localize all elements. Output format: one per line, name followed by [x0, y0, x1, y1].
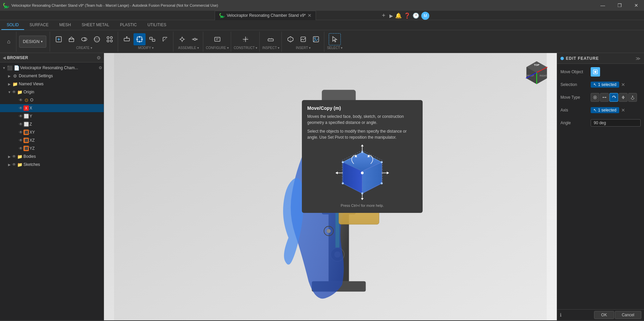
pattern-button[interactable] — [104, 33, 116, 45]
move-type-axis-button[interactable] — [619, 93, 628, 102]
tab-plastic[interactable]: PLASTIC — [115, 20, 142, 30]
tab-sheet-metal[interactable]: SHEET METAL — [76, 20, 114, 30]
move-object-button[interactable] — [591, 67, 600, 77]
user-avatar[interactable]: M — [421, 12, 429, 20]
tree-item-xy[interactable]: 👁 ⬛ XY — [0, 128, 104, 136]
clock-icon[interactable]: 🕐 — [413, 12, 419, 19]
revolve-button[interactable] — [78, 33, 90, 45]
eye-icon-y[interactable]: 👁 — [19, 114, 23, 119]
svg-marker-4 — [69, 37, 74, 39]
home-button[interactable]: ⌂ — [3, 36, 15, 48]
joint-origin-button[interactable] — [189, 33, 201, 45]
panel-footer: ℹ OK Cancel — [557, 309, 644, 320]
tree-item-bodies[interactable]: ▶ 👁 📁 Bodies — [0, 152, 104, 160]
close-tab-icon[interactable]: ✕ — [308, 13, 312, 18]
design-label: DESIGN — [23, 39, 40, 44]
restore-button[interactable]: ❐ — [612, 0, 627, 11]
construct-button[interactable] — [239, 33, 252, 45]
viewport[interactable]: Move/Copy (m) Moves the selected face, b… — [104, 53, 557, 320]
insert-canvas-button[interactable] — [310, 33, 322, 45]
eye-icon-xz[interactable]: 👁 — [19, 138, 23, 143]
tree-item-x[interactable]: 👁 X X — [0, 104, 104, 112]
move-type-translate-button[interactable] — [600, 93, 609, 102]
tree-toggle-root[interactable]: ▼ — [1, 65, 7, 71]
selection-clear-button[interactable]: ✕ — [621, 82, 626, 87]
root-settings-icon[interactable]: ⚙ — [99, 65, 102, 70]
move-type-label: Move Type — [560, 95, 591, 100]
design-button[interactable]: DESIGN ▾ — [19, 36, 46, 48]
add-tab-button[interactable]: + — [380, 11, 387, 20]
select-button[interactable] — [329, 33, 341, 45]
configure-button[interactable] — [211, 33, 223, 45]
insert-svg-button[interactable] — [297, 33, 309, 45]
browser-back-button[interactable]: ◀ — [3, 55, 6, 60]
fillet-button[interactable] — [159, 33, 171, 45]
svg-point-67 — [381, 182, 383, 184]
tooltip-body1: Moves the selected face, body, sketch, o… — [307, 113, 417, 126]
tree-toggle-yz — [13, 146, 19, 151]
axis-icon-y: ⬜ — [23, 113, 29, 119]
eye-icon-o[interactable]: 👁 — [19, 98, 23, 102]
tree-item-root[interactable]: ▼ ⬛ 📄 Velociraptor Resonating Cham... ⚙ — [0, 64, 104, 72]
tree-item-yz[interactable]: 👁 ⬛ YZ — [0, 144, 104, 152]
help-icon[interactable]: ❓ — [404, 12, 411, 19]
eye-icon-sketches[interactable]: 👁 — [12, 162, 16, 167]
tree-item-origin[interactable]: ▼ 👁 📁 Origin — [0, 88, 104, 96]
eye-icon-xy[interactable]: 👁 — [19, 130, 23, 135]
panel-expand-button[interactable]: ≫ — [636, 56, 641, 61]
tree-item-y[interactable]: 👁 ⬜ Y — [0, 112, 104, 120]
eye-icon-origin[interactable]: 👁 — [12, 90, 16, 94]
selection-badge[interactable]: ↖ 1 selected — [591, 82, 619, 88]
eye-icon-yz[interactable]: 👁 — [19, 146, 23, 151]
tree-item-named-views[interactable]: ▶ 📁 Named Views — [0, 80, 104, 88]
tree-label-x: X — [30, 106, 102, 110]
axis-badge[interactable]: ↖ 1 selected — [591, 107, 619, 113]
axis-widget[interactable]: TOP FRONT RIGHT — [523, 60, 550, 87]
svg-rect-28 — [268, 39, 273, 41]
arrow-right-button[interactable]: ▶ — [389, 13, 393, 18]
move-type-rotate-button[interactable] — [609, 93, 618, 102]
tab-solid[interactable]: SOLID — [1, 20, 24, 30]
ribbon-tabs: SOLID SURFACE MESH SHEET METAL PLASTIC U… — [0, 20, 644, 30]
press-pull-button[interactable] — [121, 33, 133, 45]
angle-input[interactable] — [591, 119, 641, 127]
move-type-planar-button[interactable] — [628, 93, 637, 102]
eye-icon-bodies[interactable]: 👁 — [12, 154, 16, 159]
move-button[interactable] — [133, 33, 146, 45]
joint-button[interactable] — [176, 33, 188, 45]
tab-surface[interactable]: SURFACE — [24, 20, 54, 30]
tree-toggle-origin[interactable]: ▼ — [7, 89, 12, 95]
extrude-button[interactable] — [65, 33, 77, 45]
close-button[interactable]: ✕ — [629, 0, 644, 11]
tree-toggle-named-views[interactable]: ▶ — [7, 81, 12, 87]
tab-utilities[interactable]: UTILITIES — [142, 20, 172, 30]
tree-label-bodies: Bodies — [23, 154, 102, 159]
tree-item-xz[interactable]: 👁 ⬛ XZ — [0, 136, 104, 144]
notification-icon[interactable]: 🔔 — [395, 12, 402, 19]
tree-item-doc-settings[interactable]: ▶ ⚙ Document Settings — [0, 72, 104, 80]
tree-toggle-doc[interactable]: ▶ — [7, 73, 12, 79]
new-component-button[interactable] — [53, 33, 65, 45]
align-button[interactable] — [146, 33, 158, 45]
tree-toggle-sketches[interactable]: ▶ — [7, 162, 12, 167]
move-type-free-button[interactable] — [591, 93, 599, 102]
eye-icon-z[interactable]: 👁 — [19, 122, 23, 127]
minimize-button[interactable]: — — [595, 0, 610, 11]
browser-settings-button[interactable]: ⚙ — [97, 55, 101, 60]
tree-toggle-bodies[interactable]: ▶ — [7, 154, 12, 159]
tree-item-o[interactable]: 👁 ⊙ O — [0, 96, 104, 104]
sphere-button[interactable] — [91, 33, 103, 45]
cancel-button[interactable]: Cancel — [615, 311, 641, 319]
tree-item-sketches[interactable]: ▶ 👁 📁 Sketches — [0, 160, 104, 169]
ok-button[interactable]: OK — [594, 311, 614, 319]
tree-item-z[interactable]: 👁 ⬜ Z — [0, 120, 104, 128]
axis-clear-button[interactable]: ✕ — [621, 107, 626, 113]
svg-point-5 — [82, 38, 87, 41]
file-tab[interactable]: 🦕 Velociraptor Resonating Chamber Stand … — [215, 11, 316, 20]
info-icon[interactable]: ℹ — [560, 312, 561, 318]
measure-button[interactable] — [265, 33, 277, 45]
eye-icon-x[interactable]: 👁 — [19, 106, 23, 110]
insert-derive-button[interactable] — [284, 33, 297, 45]
tab-mesh[interactable]: MESH — [54, 20, 76, 30]
svg-point-21 — [194, 38, 196, 40]
